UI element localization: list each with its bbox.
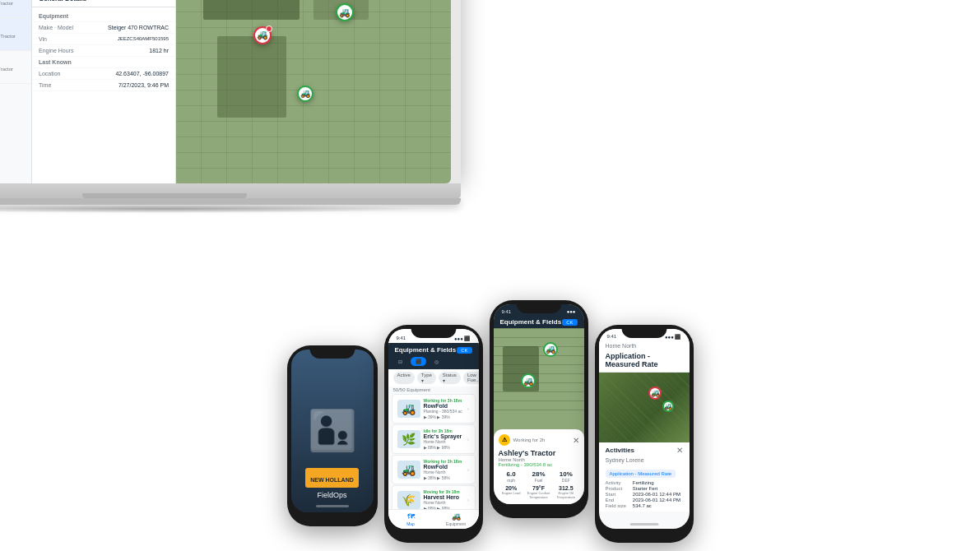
vin-val: JEEZCS40AMF501595 xyxy=(118,36,169,42)
ph3-tractor-acres: Fertilizing - 390/534.8 ac xyxy=(499,462,579,467)
splash-home-indicator xyxy=(316,505,349,507)
ph4-activities-close[interactable]: ✕ xyxy=(676,446,683,455)
last-known-label: Last Known xyxy=(39,59,72,65)
phone-3-screen: 9:41 ●●● Equipment & Fields CK 🚜 🚜 xyxy=(494,304,584,504)
ph2-equip-info-2: Working for 3h 18m RowFold Home North ▶ … xyxy=(424,459,464,480)
ph3-stat-temp: 79°F Engine Coolant Temperature xyxy=(526,485,551,499)
ph3-stat-oil: 312.5 Engine Oil Temperature xyxy=(553,485,578,499)
ph2-tab-map-bottom[interactable]: 🗺 Map xyxy=(388,512,434,526)
ph2-tab-grid[interactable]: ⬛ xyxy=(411,357,426,366)
ph2-equip-info-0: Working for 3h 18m RowFold Planting - 38… xyxy=(424,398,464,419)
time-val: 7/27/2023, 9:46 PM xyxy=(118,82,169,88)
ph3-fuel-val: 28% xyxy=(526,470,551,478)
ph3-tractor-1[interactable]: 🚜 xyxy=(543,342,558,357)
ph3-stat-fuel: 28% Fuel xyxy=(526,470,551,483)
ph2-equip-1[interactable]: 🌿 Idle for 3h 18m Eric's Sprayer Home No… xyxy=(392,424,476,454)
dr-vin: Vin JEEZCS40AMF501595 xyxy=(32,34,175,45)
ph2-equip-loc-1: Home North xyxy=(424,439,464,444)
ph4-product-label: Product xyxy=(606,486,626,491)
equip-name-3: Ashley's Tractor xyxy=(0,26,25,34)
ph2-equip-0[interactable]: 🚜 Working for 3h 18m RowFold Planting - … xyxy=(392,394,476,424)
ph2-equip-name-3: Harvest Hero xyxy=(424,494,464,500)
ph4-activities-header: Activities ✕ xyxy=(606,446,683,455)
ph4-tractor-2[interactable]: 🚜 xyxy=(662,401,674,412)
ph4-time: 9:41 xyxy=(607,334,617,340)
equip-info-2: Moving Quadtrac 2 T5.90 Dual Command 4WD… xyxy=(0,0,25,14)
ph2-equip-loc-3: Home North xyxy=(424,500,464,505)
phone-4-activities: 9:41 ●●● ⬛ Home North Application - Meas… xyxy=(595,325,694,543)
main-content-area: ⊞ 🗺 🚜 ◫ 🔔 📊 ⚙ ◁ xyxy=(0,0,451,183)
ph2-equip-name-1: Eric's Sprayer xyxy=(424,433,464,439)
ph3-tractor-2[interactable]: 🚜 xyxy=(521,373,536,388)
phone-2-screen: 9:41 ●●● ⬛ Equipment & Fields CK ⊟ ⬛ ◎ A… xyxy=(388,329,479,529)
ph4-activities: Activities ✕ Sydney Lorene Application -… xyxy=(599,442,690,512)
ph2-equip-info-1: Idle for 3h 18m Eric's Sprayer Home Nort… xyxy=(424,428,464,450)
laptop-screen: NH NEW HOLLAND Jones Farms › Red Acres ›… xyxy=(0,0,451,183)
laptop-base xyxy=(0,183,461,198)
dr-last-known: Last Known xyxy=(32,57,175,68)
ph3-def-val: 10% xyxy=(553,470,578,478)
ph2-equip-info-3: Moving for 3h 18m Harvest Hero Home Nort… xyxy=(424,489,464,511)
detail-panel: 🚜 ! Working Ashley's Tractor Steiger® 62… xyxy=(32,0,176,183)
tractor-pin-3-alert[interactable]: 🚜 xyxy=(253,26,272,44)
ph3-oil-val: 312.5 xyxy=(553,485,578,491)
detail-rows: Equipment Make · Model Steiger 470 ROWTR… xyxy=(32,7,175,183)
ph3-temp-val: 79°F xyxy=(526,485,551,491)
ph3-nav: Equipment & Fields CK xyxy=(494,316,584,328)
ph2-equip-thumb-3: 🌾 xyxy=(397,491,420,509)
ph3-alert-row: ⚠ Working for 2h ✕ xyxy=(499,434,579,446)
ph4-end-label: End xyxy=(606,498,626,502)
general-details-header: General Details ⌃ xyxy=(32,0,175,7)
ph2-tab-map[interactable]: ◎ xyxy=(430,357,444,366)
ph2-filter-active[interactable]: Active xyxy=(393,372,415,384)
equip-metrics-4: ⛽ 49% ⚙ 42% xyxy=(0,73,25,80)
ph3-card-close[interactable]: ✕ xyxy=(573,436,579,445)
ph3-stat-speed: 6.0 mph xyxy=(499,470,524,483)
phone-4-screen: 9:41 ●●● ⬛ Home North Application - Meas… xyxy=(599,329,690,529)
ph3-nav-title: Equipment & Fields xyxy=(500,318,562,326)
ph3-oil-label: Engine Oil Temperature xyxy=(553,491,578,499)
ph4-loc-name: Sydney Lorene xyxy=(606,457,683,463)
ph3-stat-load: 20% Engine Load xyxy=(499,485,524,499)
tractor-pin-2[interactable]: 🚜 xyxy=(336,3,354,21)
equip-model-2: T5.90 Dual Command 4WD Tractor xyxy=(0,1,25,6)
ph2-tab-equip-bottom[interactable]: 🚜 Equipment xyxy=(434,512,479,526)
ph2-tab-list[interactable]: ⊟ xyxy=(393,357,407,366)
laptop-body: NH NEW HOLLAND Jones Farms › Red Acres ›… xyxy=(0,0,461,183)
ph2-tab-equip-label: Equipment xyxy=(446,521,466,526)
ph4-activity-label: Activity xyxy=(606,480,626,485)
ph2-nav-ck[interactable]: CK xyxy=(457,347,471,354)
equip-item-3[interactable]: 🚜 ! Working Ashley's Tractor T5.90 Dual … xyxy=(0,18,31,51)
ph2-equip-loc-0: Planting - 380/534 ac xyxy=(424,409,464,414)
equip-item-2[interactable]: 🚜 Moving Quadtrac 2 T5.90 Dual Command 4… xyxy=(0,0,31,18)
ph2-equip-name-2: RowFold xyxy=(424,464,464,470)
equip-model-3: T5.90 Dual Command 4WD Tractor xyxy=(0,34,25,39)
ph2-filter-type[interactable]: Type ▾ xyxy=(417,372,436,384)
ph3-speed-val: 6.0 xyxy=(499,470,524,478)
laptop: NH NEW HOLLAND Jones Farms › Red Acres ›… xyxy=(0,0,461,213)
tractor-pin-4[interactable]: 🚜 xyxy=(297,86,314,102)
hours-val: 1812 hr xyxy=(149,48,169,53)
ph4-detail-grid: Activity Fertilizing Product Starter Fer… xyxy=(606,480,683,508)
ph4-tractor-alert[interactable]: 🚜 xyxy=(648,387,662,400)
ph2-filter-status[interactable]: Status ▾ xyxy=(439,372,461,384)
equipment-list: 🚜 Working Big Blue T5.90 Dual Command 4W… xyxy=(0,0,31,183)
ph2-filter-fuel[interactable]: Low Fue... xyxy=(463,372,479,384)
ph3-fuel-label: Fuel xyxy=(526,478,551,483)
splash-nh-text: NEW HOLLAND xyxy=(310,477,354,483)
ph2-nav: Equipment & Fields CK xyxy=(388,343,479,357)
ph4-activity-val: Fertilizing xyxy=(633,480,683,485)
ph2-equip-2[interactable]: 🚜 Working for 3h 18m RowFold Home North … xyxy=(392,455,476,484)
splash-nh-badge: NEW HOLLAND xyxy=(305,468,359,488)
ph2-chevron-3: › xyxy=(467,497,470,504)
equip-item-4[interactable]: 🚜 Working Jim's Tractor T5.90 Dual Comma… xyxy=(0,51,31,84)
ph2-count: 50/50 Equipment xyxy=(388,387,479,393)
ph3-nav-btn[interactable]: CK xyxy=(562,319,577,326)
ph2-equip-loc-2: Home North xyxy=(424,470,464,475)
ph4-home-indicator xyxy=(629,523,658,526)
ph2-filters: Active Type ▾ Status ▾ Low Fue... xyxy=(388,369,479,387)
ph4-breadcrumb: Home North xyxy=(599,341,690,350)
ph2-equip-metrics-0: ▶ 39% ▶ 39% xyxy=(424,414,464,419)
ph4-activities-title: Activities xyxy=(606,447,635,454)
field-dark-1 xyxy=(203,0,300,20)
